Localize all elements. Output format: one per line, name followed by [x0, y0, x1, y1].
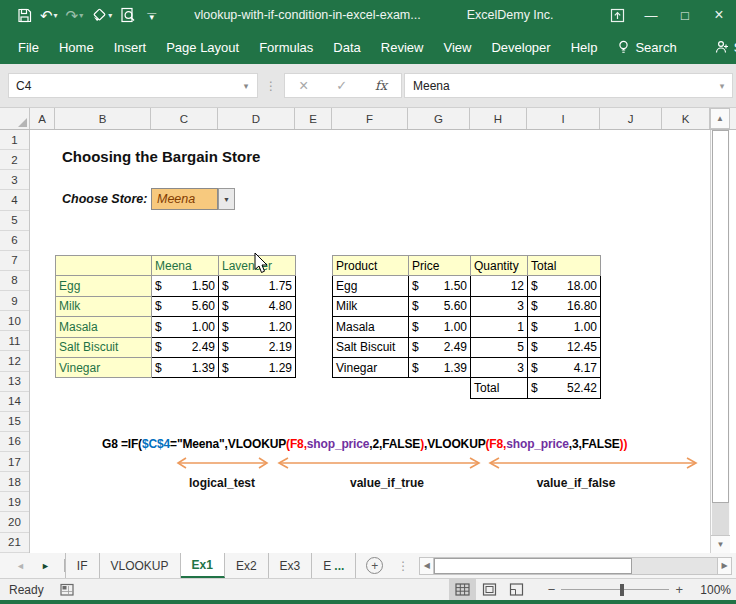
next-sheet-icon[interactable]: ►	[41, 561, 50, 571]
column-header-F[interactable]: F	[332, 108, 408, 129]
price-cell[interactable]: $1.00	[409, 317, 471, 337]
ink-caret-icon[interactable]: ▾	[108, 11, 112, 20]
horizontal-scrollbar-thumb[interactable]	[434, 558, 632, 574]
close-button[interactable]: ×	[702, 0, 736, 30]
price-cell[interactable]: $1.20	[219, 317, 296, 337]
sheet-canvas[interactable]: Choosing the Bargain Store Choose Store:…	[30, 130, 710, 553]
row-header-6[interactable]: 6	[0, 231, 29, 251]
item-cell[interactable]: Milk	[56, 296, 152, 316]
ribbon-search[interactable]: Search	[617, 40, 676, 55]
row-header-15[interactable]: 15	[0, 412, 29, 432]
quantity-cell[interactable]: 5	[471, 337, 528, 357]
product-cell[interactable]: Salt Biscuit	[333, 337, 409, 357]
price-cell[interactable]: $1.75	[219, 276, 296, 296]
order-table-header-product[interactable]: Product	[333, 256, 409, 276]
scroll-down-button[interactable]: ▼	[711, 535, 730, 553]
column-header-B[interactable]: B	[55, 108, 151, 129]
maximize-button[interactable]: □	[668, 0, 702, 30]
product-cell[interactable]: Egg	[333, 276, 409, 296]
column-header-C[interactable]: C	[151, 108, 218, 129]
sheet-tab-vlookup[interactable]: VLOOKUP	[100, 553, 181, 578]
row-header-18[interactable]: 18	[0, 472, 29, 492]
ribbon-tab-formulas[interactable]: Formulas	[259, 40, 313, 55]
ribbon-tab-developer[interactable]: Developer	[491, 40, 550, 55]
item-cell[interactable]: Masala	[56, 317, 152, 337]
name-box-value[interactable]: C4	[9, 79, 235, 93]
ribbon-tab-insert[interactable]: Insert	[114, 40, 147, 55]
grand-total-cell[interactable]: $52.42	[528, 378, 601, 398]
row-header-10[interactable]: 10	[0, 311, 29, 331]
price-cell[interactable]: $5.60	[152, 296, 219, 316]
page-layout-view-button[interactable]	[476, 579, 503, 600]
redo-button[interactable]: ↷▾	[63, 8, 87, 23]
quantity-cell[interactable]: 3	[471, 357, 528, 377]
row-header-4[interactable]: 4	[0, 190, 29, 210]
enter-icon[interactable]: ✓	[336, 78, 347, 93]
total-cell[interactable]: $18.00	[528, 276, 601, 296]
zoom-slider[interactable]	[561, 589, 669, 590]
total-cell[interactable]: $12.45	[528, 337, 601, 357]
ink-select-button[interactable]: ▾	[88, 8, 115, 23]
zoom-in-icon[interactable]: +	[669, 582, 689, 597]
row-header-1[interactable]: 1	[0, 130, 29, 150]
quantity-cell[interactable]: 12	[471, 276, 528, 296]
scroll-right-button[interactable]: ▶	[717, 557, 732, 575]
column-header-H[interactable]: H	[470, 108, 527, 129]
row-header-11[interactable]: 11	[0, 331, 29, 351]
name-box[interactable]: C4 ▾	[8, 73, 258, 98]
scroll-left-button[interactable]: ◀	[419, 557, 434, 575]
total-cell[interactable]: $1.00	[528, 317, 601, 337]
ribbon-share[interactable]: Share	[715, 40, 736, 55]
price-cell[interactable]: $1.39	[409, 357, 471, 377]
print-preview-icon[interactable]	[117, 7, 139, 23]
vertical-scrollbar-thumb[interactable]	[712, 130, 729, 503]
store-dropdown-cell[interactable]: Meena	[151, 188, 218, 210]
total-cell[interactable]: $4.17	[528, 357, 601, 377]
vertical-scrollbar-track[interactable]	[712, 503, 729, 535]
quantity-cell[interactable]: 3	[471, 296, 528, 316]
store-dropdown-button[interactable]: ▼	[218, 188, 235, 210]
row-header-17[interactable]: 17	[0, 452, 29, 472]
price-cell[interactable]: $5.60	[409, 296, 471, 316]
quantity-cell[interactable]: 1	[471, 317, 528, 337]
price-cell[interactable]: $2.19	[219, 337, 296, 357]
order-table-header-price[interactable]: Price	[409, 256, 471, 276]
name-box-caret-icon[interactable]: ▾	[235, 81, 257, 91]
row-header-21[interactable]: 21	[0, 533, 29, 553]
sheet-tab-e[interactable]: E...	[312, 553, 356, 578]
horizontal-scrollbar[interactable]: ◀ ▶	[419, 553, 732, 578]
sheet-tab-ex3[interactable]: Ex3	[269, 553, 313, 578]
normal-view-button[interactable]	[449, 579, 476, 600]
ribbon-tab-view[interactable]: View	[443, 40, 471, 55]
order-table-header-quantity[interactable]: Quantity	[471, 256, 528, 276]
page-break-preview-button[interactable]	[503, 579, 530, 600]
column-header-J[interactable]: J	[600, 108, 662, 129]
cancel-icon[interactable]: ×	[299, 77, 308, 95]
row-header-13[interactable]: 13	[0, 372, 29, 392]
sheet-tab-ex2[interactable]: Ex2	[225, 553, 269, 578]
formula-bar-expand-icon[interactable]: ▾	[712, 81, 732, 91]
insert-function-icon[interactable]: fx	[375, 78, 387, 93]
row-header-9[interactable]: 9	[0, 291, 29, 311]
formula-input-value[interactable]: Meena	[405, 79, 712, 93]
sheet-tab-ex1[interactable]: Ex1	[181, 553, 225, 578]
item-cell[interactable]: Salt Biscuit	[56, 337, 152, 357]
row-header-3[interactable]: 3	[0, 170, 29, 190]
column-header-K[interactable]: K	[662, 108, 710, 129]
price-cell[interactable]: $2.49	[152, 337, 219, 357]
price-cell[interactable]: $1.00	[152, 317, 219, 337]
previous-sheet-icon[interactable]: ◄	[16, 561, 25, 571]
redo-caret-icon[interactable]: ▾	[79, 11, 83, 20]
customize-qat-icon[interactable]: —▾	[147, 11, 156, 19]
row-header-2[interactable]: 2	[0, 150, 29, 170]
row-header-7[interactable]: 7	[0, 251, 29, 271]
column-header-A[interactable]: A	[30, 108, 55, 129]
item-cell[interactable]: Vinegar	[56, 357, 152, 377]
undo-caret-icon[interactable]: ▾	[54, 11, 58, 20]
item-cell[interactable]: Egg	[56, 276, 152, 296]
total-cell[interactable]: $16.80	[528, 296, 601, 316]
new-sheet-button[interactable]: +	[366, 557, 383, 574]
ribbon-tab-home[interactable]: Home	[59, 40, 94, 55]
zoom-out-icon[interactable]: −	[542, 582, 562, 597]
ribbon-tab-data[interactable]: Data	[333, 40, 360, 55]
